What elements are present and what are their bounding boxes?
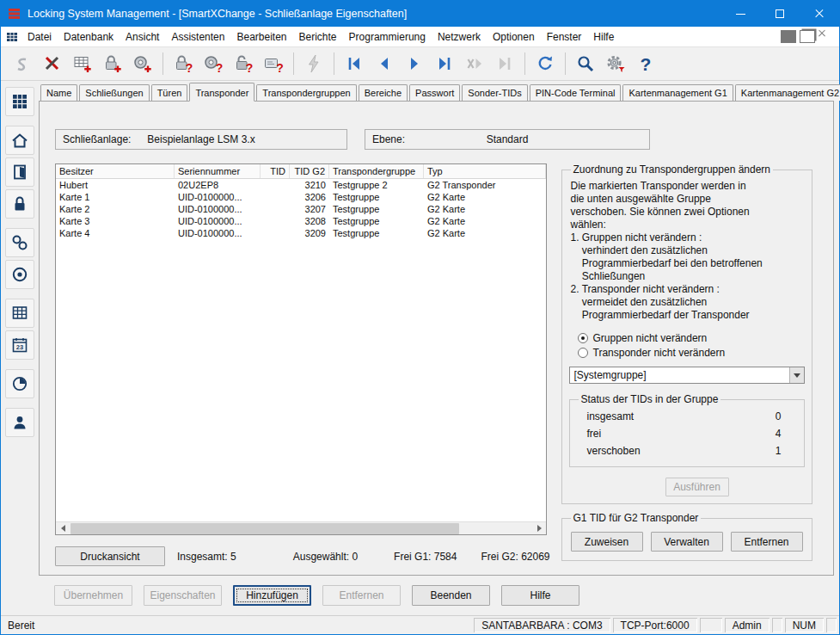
locking-system-field: Schließanlage: Beispielanlage LSM 3.x [55, 129, 347, 150]
menu-item-assistenten[interactable]: Assistenten [165, 28, 230, 46]
table-cell: UID-0100000... [175, 203, 261, 215]
menu-item-berichte[interactable]: Berichte [293, 28, 343, 46]
toolbar-button-disconnect[interactable] [38, 50, 67, 77]
scroll-left-button[interactable] [56, 522, 70, 535]
toolbar-button-help[interactable]: ? [631, 50, 660, 77]
horizontal-scrollbar[interactable] [56, 521, 546, 534]
table-row[interactable]: Karte 4 UID-0100000... 3209 Testgruppe G… [56, 227, 546, 239]
group-select[interactable]: [Systemgruppe] [569, 367, 805, 384]
toolbar-button-nav-first[interactable] [340, 50, 369, 77]
sidebar-button-disc[interactable] [5, 260, 34, 289]
sidebar-button-calendar[interactable]: 23 [5, 330, 34, 360]
menu-item-programmierung[interactable]: Programmierung [343, 28, 432, 46]
toolbar-button-read-lock[interactable]: ? [169, 50, 198, 77]
help-button[interactable]: Hilfe [501, 585, 579, 606]
mdi-close-button[interactable] [819, 30, 834, 43]
remove-tid-button[interactable]: Entfernen [731, 532, 803, 552]
sidebar-button-report[interactable] [5, 369, 34, 398]
column-header-tid-g2[interactable]: TID G2 [290, 164, 329, 178]
tab-kartenmanagement-g1[interactable]: Kartenmanagement G1 [622, 84, 733, 101]
toolbar-button-search[interactable] [571, 50, 600, 77]
column-header-tid[interactable]: TID [261, 164, 290, 178]
document-icon [5, 30, 19, 44]
tab-tueren[interactable]: Türen [151, 84, 188, 101]
status-ready: Bereit [8, 620, 34, 632]
toolbar-button-read-lock-g1[interactable]: ? [229, 50, 258, 77]
toolbar-button-new-locking-system[interactable] [68, 50, 97, 77]
sidebar-button-matrix[interactable] [5, 87, 34, 116]
tab-bereiche[interactable]: Bereiche [359, 84, 408, 101]
toolbar-button-new-transponder[interactable] [128, 50, 157, 77]
tab-schliessungen[interactable]: Schließungen [79, 84, 149, 101]
locking-system-label: Schließanlage: [63, 133, 131, 145]
scroll-right-button[interactable] [532, 522, 546, 535]
menu-item-ansicht[interactable]: Ansicht [120, 28, 165, 46]
toolbar-button-read-card[interactable]: ? [259, 50, 288, 77]
minimize-button[interactable] [720, 1, 760, 27]
options-filter-icon [605, 53, 626, 74]
login-icon [12, 53, 33, 74]
tab-transponder[interactable]: Transponder [189, 83, 254, 102]
search-icon [575, 53, 596, 74]
menu-item-fenster[interactable]: Fenster [541, 28, 588, 46]
mdi-restore-button[interactable] [800, 30, 815, 43]
svg-text:?: ? [186, 61, 193, 74]
radio-keep-groups[interactable] [578, 333, 588, 343]
table-row[interactable]: Karte 1 UID-0100000... 3206 Testgruppe G… [56, 191, 546, 203]
assign-button[interactable]: Zuweisen [571, 532, 643, 552]
table-cell: 3208 [290, 215, 329, 227]
execute-button: Ausführen [665, 478, 729, 496]
column-header-typ[interactable]: Typ [424, 164, 546, 178]
sidebar-button-user[interactable] [5, 408, 34, 437]
tab-pin-code-terminal[interactable]: PIN-Code Terminal [530, 84, 622, 101]
table-row[interactable]: Hubert 02U2EP8 3210 Testgruppe 2 G2 Tran… [56, 179, 546, 191]
sidebar-button-transponders[interactable] [5, 228, 34, 257]
toolbar-button-new-lock[interactable] [98, 50, 127, 77]
status-row-frei: frei 4 [577, 425, 797, 442]
sidebar-button-home[interactable] [5, 126, 34, 155]
mdi-minimize-button[interactable] [781, 30, 796, 43]
toolbar-button-read-transponder[interactable]: ? [199, 50, 228, 77]
menu-item-hilfe[interactable]: Hilfe [587, 28, 620, 46]
column-header-transpondergruppe[interactable]: Transpondergruppe [329, 164, 424, 178]
door-icon [10, 163, 29, 182]
manage-button[interactable]: Verwalten [651, 532, 723, 552]
table-row[interactable]: Karte 3 UID-0100000... 3208 Testgruppe G… [56, 215, 546, 227]
column-header-besitzer[interactable]: Besitzer [56, 164, 175, 178]
tab-sonder-tids[interactable]: Sonder-TIDs [462, 84, 527, 101]
grid-icon [10, 304, 29, 323]
tab-passwort[interactable]: Passwort [409, 84, 460, 101]
sidebar-button-lock[interactable] [5, 189, 34, 219]
menu-item-bearbeiten[interactable]: Bearbeiten [230, 28, 292, 46]
print-view-button[interactable]: Druckansicht [55, 546, 165, 566]
toolbar-button-nav-prev[interactable] [370, 50, 399, 77]
scroll-right-icon [537, 525, 542, 532]
scrollbar-thumb[interactable] [71, 523, 459, 534]
toolbar-button-nav-next[interactable] [400, 50, 429, 77]
tab-transpondergruppen[interactable]: Transpondergruppen [256, 84, 356, 101]
toolbar-button-options-filter[interactable] [601, 50, 630, 77]
sidebar-button-grid[interactable] [5, 299, 34, 328]
radio-keep-transponder-row[interactable]: Transponder nicht verändern [578, 347, 805, 359]
menu-item-netzwerk[interactable]: Netzwerk [432, 28, 487, 46]
table-header: Besitzer Seriennummer TID TID G2 Transpo… [56, 164, 546, 179]
add-button[interactable]: Hinzufügen [233, 585, 311, 606]
apply-button: Übernehmen [54, 585, 132, 606]
menu-item-datei[interactable]: Datei [21, 28, 58, 46]
group-select-dropdown-button[interactable] [789, 367, 804, 383]
close-dialog-button[interactable]: Beenden [412, 585, 490, 606]
menu-item-datenbank[interactable]: Datenbank [58, 28, 120, 46]
tab-name[interactable]: Name [40, 84, 77, 101]
sidebar-button-door[interactable] [5, 157, 34, 187]
maximize-button[interactable] [760, 1, 800, 27]
toolbar-button-refresh[interactable] [530, 50, 560, 77]
radio-keep-transponder[interactable] [578, 348, 588, 358]
menu-item-optionen[interactable]: Optionen [487, 28, 541, 46]
close-button[interactable] [800, 1, 839, 27]
tab-kartenmanagement-g2[interactable]: Kartenmanagement G2 [735, 84, 840, 101]
app-window: Locking System Management - [SmartXChang… [0, 0, 840, 635]
radio-keep-groups-row[interactable]: Gruppen nicht verändern [578, 332, 805, 344]
table-row[interactable]: Karte 2 UID-0100000... 3207 Testgruppe G… [56, 203, 546, 215]
toolbar-button-nav-last[interactable] [430, 50, 459, 77]
column-header-seriennummer[interactable]: Seriennummer [175, 164, 261, 178]
